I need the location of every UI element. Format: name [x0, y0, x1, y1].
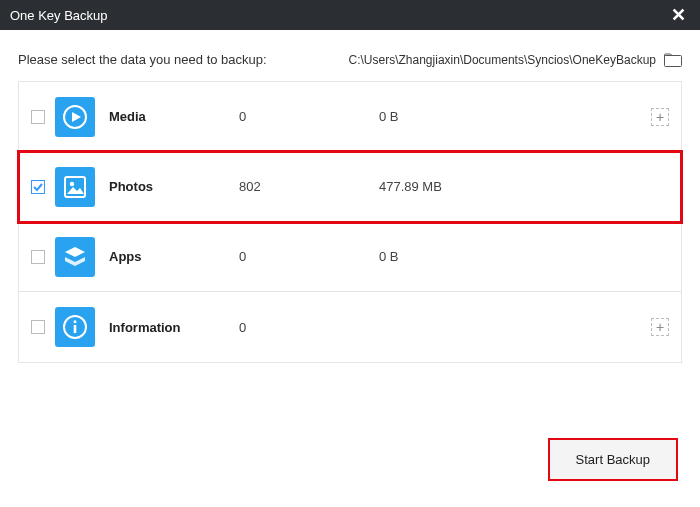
play-icon — [55, 97, 95, 137]
header-row: Please select the data you need to backu… — [0, 30, 700, 81]
svg-marker-5 — [65, 247, 85, 257]
list-item: Photos802477.89 MB — [19, 152, 681, 222]
row-checkbox[interactable] — [31, 110, 45, 124]
row-name: Photos — [109, 179, 239, 194]
svg-marker-6 — [65, 257, 85, 266]
row-size: 477.89 MB — [379, 179, 669, 194]
path-text: C:\Users\Zhangjiaxin\Documents\Syncios\O… — [349, 53, 656, 67]
info-icon — [55, 307, 95, 347]
row-count: 0 — [239, 109, 379, 124]
list-item: Media00 B+ — [19, 82, 681, 152]
prompt-text: Please select the data you need to backu… — [18, 52, 267, 67]
svg-rect-9 — [74, 321, 77, 324]
folder-icon[interactable] — [664, 53, 682, 67]
close-icon[interactable]: ✕ — [667, 4, 690, 26]
add-button[interactable]: + — [651, 318, 669, 336]
list-item: Apps00 B — [19, 222, 681, 292]
row-count: 0 — [239, 249, 379, 264]
apps-icon — [55, 237, 95, 277]
row-name: Media — [109, 109, 239, 124]
photo-icon — [55, 167, 95, 207]
row-count: 0 — [239, 320, 379, 335]
footer: Start Backup — [548, 438, 678, 481]
backup-list: Media00 B+Photos802477.89 MBApps00 BInfo… — [18, 81, 682, 363]
list-item: Information0+ — [19, 292, 681, 362]
row-checkbox[interactable] — [31, 320, 45, 334]
svg-point-4 — [70, 181, 74, 185]
row-name: Apps — [109, 249, 239, 264]
row-size: 0 B — [379, 249, 669, 264]
svg-marker-2 — [72, 112, 81, 122]
svg-rect-8 — [74, 325, 77, 333]
window-title: One Key Backup — [10, 8, 108, 23]
row-count: 802 — [239, 179, 379, 194]
backup-path[interactable]: C:\Users\Zhangjiaxin\Documents\Syncios\O… — [349, 53, 682, 67]
titlebar: One Key Backup ✕ — [0, 0, 700, 30]
svg-rect-0 — [665, 55, 682, 66]
start-backup-button[interactable]: Start Backup — [548, 438, 678, 481]
row-size: 0 B — [379, 109, 651, 124]
row-checkbox[interactable] — [31, 180, 45, 194]
add-button[interactable]: + — [651, 108, 669, 126]
row-name: Information — [109, 320, 239, 335]
row-checkbox[interactable] — [31, 250, 45, 264]
